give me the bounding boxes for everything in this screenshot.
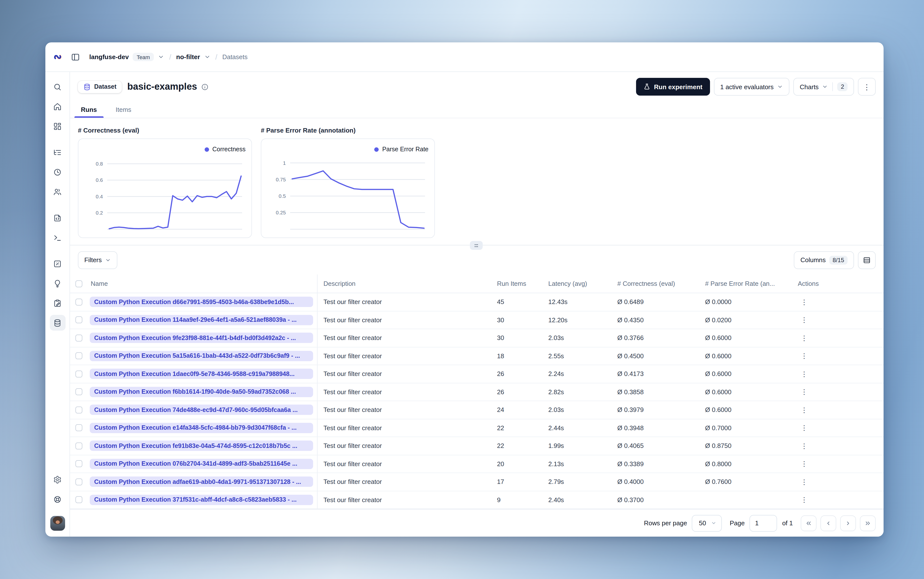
breadcrumb-org[interactable]: langfuse-dev — [89, 53, 129, 61]
run-name-link[interactable]: Custom Python Execution f6bb1614-1f90-40… — [90, 387, 313, 397]
first-page-button[interactable] — [801, 515, 816, 531]
sidebar-item-datasets[interactable] — [49, 315, 66, 330]
user-avatar[interactable] — [50, 516, 65, 531]
sidebar-item-scores[interactable] — [49, 256, 66, 272]
sidebar-item-playground[interactable] — [49, 230, 66, 245]
row-checkbox[interactable] — [75, 461, 82, 468]
run-items-cell: 22 — [491, 437, 542, 455]
column-header-description[interactable]: Description — [318, 275, 491, 293]
row-actions-menu-button[interactable]: ⋮ — [798, 333, 811, 343]
sidebar-item-prompts[interactable] — [49, 210, 66, 226]
sidebar-toggle-button[interactable] — [70, 51, 81, 62]
run-name-cell: Custom Python Execution 1daec0f9-5e78-43… — [88, 365, 318, 383]
row-actions-menu-button[interactable]: ⋮ — [798, 459, 811, 469]
row-checkbox[interactable] — [75, 317, 82, 324]
chevron-right-icon — [845, 520, 852, 527]
row-actions-menu-button[interactable]: ⋮ — [798, 405, 811, 415]
row-checkbox[interactable] — [75, 407, 82, 414]
run-name-link[interactable]: Custom Python Execution d66e7991-8595-45… — [90, 297, 313, 307]
previous-page-button[interactable] — [821, 515, 836, 531]
row-actions-menu-button[interactable]: ⋮ — [798, 495, 811, 505]
sidebar-item-home[interactable] — [49, 98, 66, 114]
run-name-link[interactable]: Custom Python Execution 114aa9ef-29e6-4e… — [90, 315, 313, 325]
run-name-link[interactable]: Custom Python Execution adfae619-abb0-4d… — [90, 477, 313, 487]
sidebar-item-annotation[interactable] — [49, 295, 66, 311]
table-row: Custom Python Execution 9fe23f98-881e-44… — [70, 329, 883, 347]
breadcrumb: langfuse-dev Team / no-filter / Datasets — [81, 53, 247, 61]
row-actions-menu-button[interactable]: ⋮ — [798, 387, 811, 397]
tab-items[interactable]: Items — [113, 105, 134, 118]
run-description-cell: Test our filter creator — [318, 455, 491, 473]
row-checkbox[interactable] — [75, 371, 82, 378]
row-checkbox[interactable] — [75, 335, 82, 342]
run-name-link[interactable]: Custom Python Execution fe91b83e-04a5-47… — [90, 441, 313, 451]
column-header-latency[interactable]: Latency (avg) — [542, 275, 611, 293]
sidebar-item-search[interactable] — [49, 79, 66, 95]
row-checkbox[interactable] — [75, 443, 82, 450]
row-checkbox[interactable] — [75, 496, 82, 503]
row-actions-menu-button[interactable]: ⋮ — [798, 477, 811, 487]
run-name-link[interactable]: Custom Python Execution 5a15a616-1bab-44… — [90, 351, 313, 361]
latency-cell: 2.13s — [542, 455, 611, 473]
run-name-link[interactable]: Custom Python Execution 076b2704-341d-48… — [90, 459, 313, 469]
flask-icon — [644, 83, 650, 90]
run-items-cell: 20 — [491, 455, 542, 473]
rows-per-page-select[interactable]: 50 — [692, 515, 722, 532]
next-page-button[interactable] — [840, 515, 856, 531]
column-header-run-items[interactable]: Run Items — [491, 275, 542, 293]
resize-grip-handle[interactable] — [470, 241, 483, 250]
row-checkbox[interactable] — [75, 389, 82, 396]
page-number-input[interactable] — [750, 515, 777, 532]
info-icon[interactable] — [201, 83, 208, 90]
row-checkbox[interactable] — [75, 299, 82, 306]
run-name-cell: Custom Python Execution d66e7991-8595-45… — [88, 293, 318, 311]
sidebar-item-users[interactable] — [49, 184, 66, 200]
last-page-button[interactable] — [860, 515, 876, 531]
table-row: Custom Python Execution 371f531c-abff-4d… — [70, 491, 883, 509]
langfuse-logo-icon[interactable] — [53, 53, 62, 61]
row-actions-cell: ⋮ — [790, 347, 883, 365]
breadcrumb-separator: / — [215, 53, 217, 61]
sidebar-item-settings[interactable] — [49, 471, 66, 487]
breadcrumb-project[interactable]: no-filter — [176, 53, 200, 61]
active-evaluators-dropdown[interactable]: 1 active evaluators — [714, 78, 790, 96]
breadcrumb-section[interactable]: Datasets — [222, 53, 248, 61]
sidebar-item-tracing[interactable] — [49, 144, 66, 160]
sidebar-item-insights[interactable] — [49, 275, 66, 291]
run-items-cell: 26 — [491, 365, 542, 383]
run-name-link[interactable]: Custom Python Execution 1daec0f9-5e78-43… — [90, 369, 313, 379]
charts-dropdown[interactable]: Charts 2 — [793, 78, 854, 96]
column-header-correctness[interactable]: # Correctness (eval) — [611, 275, 699, 293]
lifebuoy-icon — [53, 495, 62, 503]
select-all-checkbox[interactable] — [75, 280, 82, 287]
run-name-link[interactable]: Custom Python Execution 74de488e-ec9d-47… — [90, 405, 313, 415]
line-chart: 0.80.60.40.2 — [84, 155, 246, 232]
tab-runs[interactable]: Runs — [78, 105, 100, 118]
row-checkbox[interactable] — [75, 353, 82, 360]
row-checkbox[interactable] — [75, 478, 82, 486]
row-actions-menu-button[interactable]: ⋮ — [798, 315, 811, 325]
row-actions-menu-button[interactable]: ⋮ — [798, 351, 811, 361]
column-header-name[interactable]: Name — [88, 275, 318, 293]
correctness-cell: Ø 0.3766 — [611, 329, 699, 347]
row-actions-menu-button[interactable]: ⋮ — [798, 369, 811, 379]
chevron-down-icon[interactable] — [158, 54, 164, 60]
resize-divider — [70, 245, 883, 245]
row-actions-menu-button[interactable]: ⋮ — [798, 297, 811, 307]
row-actions-menu-button[interactable]: ⋮ — [798, 441, 811, 451]
column-header-parse-error-rate[interactable]: # Parse Error Rate (an... — [699, 275, 790, 293]
run-name-link[interactable]: Custom Python Execution 9fe23f98-881e-44… — [90, 333, 313, 343]
sidebar-item-dashboards[interactable] — [49, 118, 66, 134]
more-actions-button[interactable]: ⋮ — [858, 78, 876, 96]
sidebar-item-support[interactable] — [49, 491, 66, 507]
filters-dropdown[interactable]: Filters — [78, 251, 118, 269]
row-actions-menu-button[interactable]: ⋮ — [798, 423, 811, 433]
run-experiment-button[interactable]: Run experiment — [636, 78, 710, 96]
row-height-button[interactable] — [858, 251, 876, 269]
run-name-link[interactable]: Custom Python Execution 371f531c-abff-4d… — [90, 495, 313, 505]
sidebar-item-sessions[interactable] — [49, 164, 66, 180]
run-name-link[interactable]: Custom Python Execution e14fa348-5cfc-49… — [90, 423, 313, 433]
row-checkbox[interactable] — [75, 425, 82, 432]
columns-button[interactable]: Columns 8/15 — [794, 251, 854, 269]
chevron-down-icon[interactable] — [204, 54, 210, 60]
